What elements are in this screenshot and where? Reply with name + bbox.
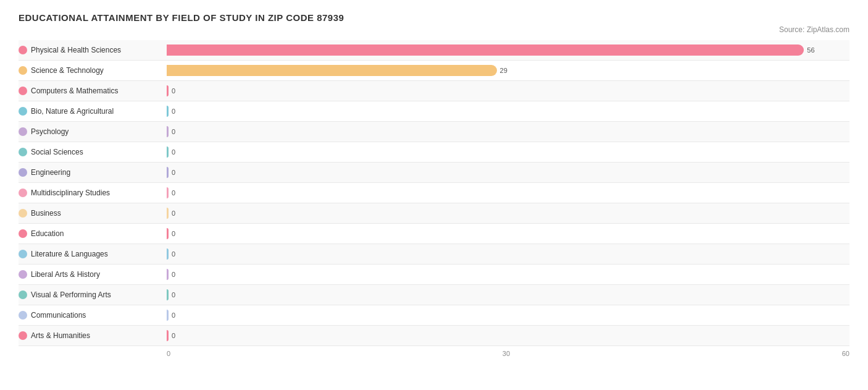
bar-container: 0: [167, 268, 849, 281]
bar-dot: [19, 331, 27, 340]
bar-value-label: 0: [172, 128, 175, 135]
bar-row: Physical & Health Sciences56: [19, 40, 849, 61]
bar-dot: [19, 66, 27, 75]
label-area: Engineering: [19, 168, 167, 177]
source-text: Source: ZipAtlas.com: [19, 25, 849, 34]
bar-dot: [19, 189, 27, 197]
bar-fill: [167, 310, 169, 321]
bar-label: Literature & Languages: [31, 250, 108, 258]
bar-container: 0: [167, 145, 849, 159]
label-area: Literature & Languages: [19, 250, 167, 258]
bar-container: 0: [167, 84, 849, 98]
bar-label: Visual & Performing Arts: [31, 290, 111, 299]
bar-row: Bio, Nature & Agricultural0: [19, 101, 849, 122]
x-axis-label: 30: [503, 350, 510, 357]
bar-label: Science & Technology: [31, 66, 104, 75]
label-area: Visual & Performing Arts: [19, 290, 167, 299]
bar-label: Arts & Humanities: [31, 331, 90, 340]
bar-value-label: 29: [500, 67, 507, 74]
bar-container: 0: [167, 104, 849, 118]
bar-container: 0: [167, 227, 849, 240]
bar-dot: [19, 209, 27, 218]
bar-value-label: 0: [172, 271, 175, 278]
bar-dot: [19, 229, 27, 238]
bar-label: Education: [31, 229, 64, 238]
bar-row: Science & Technology29: [19, 61, 849, 81]
bar-value-label: 0: [172, 332, 175, 339]
label-area: Multidisciplinary Studies: [19, 189, 167, 197]
bar-fill: [167, 146, 169, 158]
bar-container: 0: [167, 247, 849, 261]
bar-label: Liberal Arts & History: [31, 270, 100, 279]
bar-row: Visual & Performing Arts0: [19, 285, 849, 305]
label-area: Education: [19, 229, 167, 238]
bar-value-label: 0: [172, 210, 175, 217]
bar-container: 0: [167, 288, 849, 302]
bar-fill: [167, 228, 169, 239]
bar-container: 0: [167, 206, 849, 220]
bar-dot: [19, 148, 27, 156]
bar-fill: [167, 45, 804, 56]
bar-container: 0: [167, 166, 849, 179]
label-area: Business: [19, 209, 167, 218]
bar-dot: [19, 127, 27, 136]
bar-dot: [19, 46, 27, 54]
label-area: Physical & Health Sciences: [19, 46, 167, 54]
x-axis: 03060: [19, 349, 849, 357]
bar-label: Physical & Health Sciences: [31, 46, 121, 54]
x-axis-label: 60: [842, 350, 849, 357]
bar-row: Psychology0: [19, 122, 849, 142]
label-area: Liberal Arts & History: [19, 270, 167, 279]
bar-fill: [167, 65, 497, 76]
label-area: Psychology: [19, 127, 167, 136]
bar-label: Communications: [31, 311, 86, 320]
bar-fill: [167, 248, 169, 260]
bar-value-label: 0: [172, 250, 175, 258]
page-title: EDUCATIONAL ATTAINMENT BY FIELD OF STUDY…: [19, 12, 849, 23]
label-area: Social Sciences: [19, 148, 167, 156]
bar-value-label: 56: [807, 46, 814, 54]
label-area: Bio, Nature & Agricultural: [19, 107, 167, 116]
bar-dot: [19, 168, 27, 177]
bar-dot: [19, 87, 27, 95]
label-area: Arts & Humanities: [19, 331, 167, 340]
bar-value-label: 0: [172, 169, 175, 176]
bar-label: Business: [31, 209, 61, 218]
bar-value-label: 0: [172, 291, 175, 299]
bar-value-label: 0: [172, 312, 175, 319]
bar-dot: [19, 107, 27, 116]
bar-dot: [19, 270, 27, 279]
bar-row: Computers & Mathematics0: [19, 81, 849, 101]
bar-row: Business0: [19, 203, 849, 224]
bar-fill: [167, 330, 169, 341]
bar-value-label: 0: [172, 148, 175, 156]
bar-label: Psychology: [31, 127, 69, 136]
bar-fill: [167, 289, 169, 300]
bar-row: Literature & Languages0: [19, 244, 849, 265]
x-axis-label: 0: [167, 350, 170, 357]
bar-row: Multidisciplinary Studies0: [19, 183, 849, 203]
bar-container: 0: [167, 125, 849, 138]
bar-value-label: 0: [172, 108, 175, 115]
bar-dot: [19, 250, 27, 258]
bar-row: Communications0: [19, 305, 849, 326]
bar-label: Computers & Mathematics: [31, 87, 118, 95]
bar-fill: [167, 167, 169, 178]
bar-value-label: 0: [172, 87, 175, 95]
bar-fill: [167, 269, 169, 280]
bar-row: Social Sciences0: [19, 142, 849, 163]
bar-container: 29: [167, 64, 849, 77]
bar-label: Bio, Nature & Agricultural: [31, 107, 114, 116]
bar-dot: [19, 290, 27, 299]
bar-container: 0: [167, 186, 849, 200]
bar-value-label: 0: [172, 230, 175, 237]
bar-fill: [167, 106, 169, 117]
bar-fill: [167, 187, 169, 198]
chart-area: Physical & Health Sciences56Science & Te…: [19, 40, 849, 346]
bar-container: 56: [167, 43, 849, 57]
label-area: Science & Technology: [19, 66, 167, 75]
label-area: Communications: [19, 311, 167, 320]
bar-fill: [167, 85, 169, 96]
bar-label: Social Sciences: [31, 148, 83, 156]
bar-label: Multidisciplinary Studies: [31, 189, 110, 197]
